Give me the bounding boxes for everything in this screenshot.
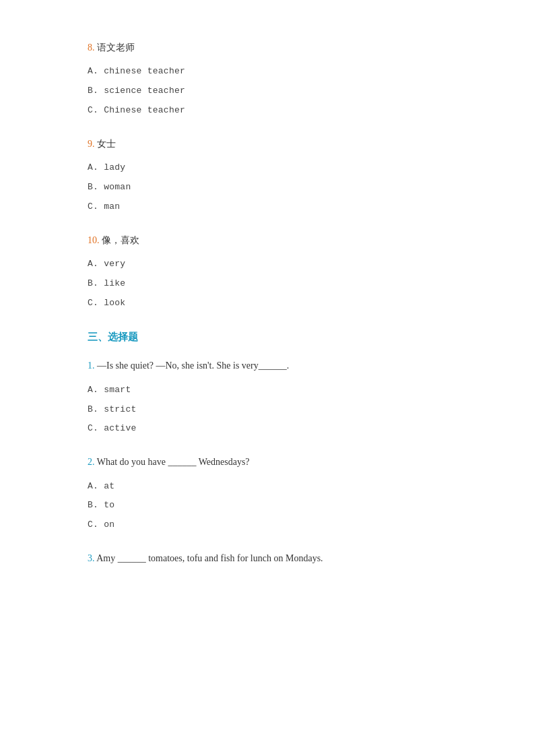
question-8: 8. 语文老师 A. chinese teacher B. science te… xyxy=(88,40,446,118)
question-8-title: 8. 语文老师 xyxy=(88,40,446,55)
question-9-title: 9. 女士 xyxy=(88,137,446,152)
mc-question-2-text: What do you have ______ Wednesdays? xyxy=(97,457,250,467)
question-9-text: 女士 xyxy=(97,139,116,149)
question-9-option-c: C. man xyxy=(88,200,446,214)
mc-question-3-text: Amy ______ tomatoes, tofu and fish for l… xyxy=(96,553,323,563)
mc-question-3: 3. Amy ______ tomatoes, tofu and fish fo… xyxy=(88,551,446,566)
mc-question-2: 2. What do you have ______ Wednesdays? A… xyxy=(88,455,446,532)
mc-question-1-option-c: C. active xyxy=(88,422,446,436)
mc-question-2-option-b: B. to xyxy=(88,499,446,513)
question-10-title: 10. 像，喜欢 xyxy=(88,233,446,248)
mc-question-2-number: 2. xyxy=(88,457,95,467)
mc-question-2-title: 2. What do you have ______ Wednesdays? xyxy=(88,455,446,470)
mc-question-3-title: 3. Amy ______ tomatoes, tofu and fish fo… xyxy=(88,551,446,566)
mc-question-1: 1. —Is she quiet? —No, she isn't. She is… xyxy=(88,358,446,436)
mc-question-3-number: 3. xyxy=(88,553,95,563)
mc-question-1-option-a: A. smart xyxy=(88,383,446,398)
mc-question-2-option-c: C. on xyxy=(88,518,446,532)
question-9-option-b: B. woman xyxy=(88,181,446,195)
question-10-option-b: B. like xyxy=(88,277,446,291)
question-10-option-c: C. look xyxy=(88,296,446,311)
question-8-text: 语文老师 xyxy=(97,42,135,53)
mc-question-1-title: 1. —Is she quiet? —No, she isn't. She is… xyxy=(88,358,446,373)
section-multiple-choice-heading: 三、选择题 xyxy=(88,329,446,345)
mc-question-2-option-a: A. at xyxy=(88,480,446,494)
question-9-number: 9. xyxy=(88,139,95,149)
mc-question-1-option-b: B. strict xyxy=(88,403,446,417)
question-8-option-a: A. chinese teacher xyxy=(88,65,446,79)
question-10-number: 10. xyxy=(88,235,100,245)
multiple-choice-section: 1. —Is she quiet? —No, she isn't. She is… xyxy=(88,358,446,566)
mc-question-1-text: —Is she quiet? —No, she isn't. She is ve… xyxy=(97,360,289,371)
vocabulary-section: 8. 语文老师 A. chinese teacher B. science te… xyxy=(88,40,446,310)
question-8-option-b: B. science teacher xyxy=(88,84,446,98)
question-10: 10. 像，喜欢 A. very B. like C. look xyxy=(88,233,446,311)
question-9-option-a: A. lady xyxy=(88,161,446,175)
question-10-option-a: A. very xyxy=(88,257,446,272)
question-9: 9. 女士 A. lady B. woman C. man xyxy=(88,137,446,214)
question-8-option-c: C. Chinese teacher xyxy=(88,104,446,118)
question-10-text: 像，喜欢 xyxy=(102,235,139,245)
mc-question-1-number: 1. xyxy=(88,360,95,371)
question-8-number: 8. xyxy=(88,42,95,53)
